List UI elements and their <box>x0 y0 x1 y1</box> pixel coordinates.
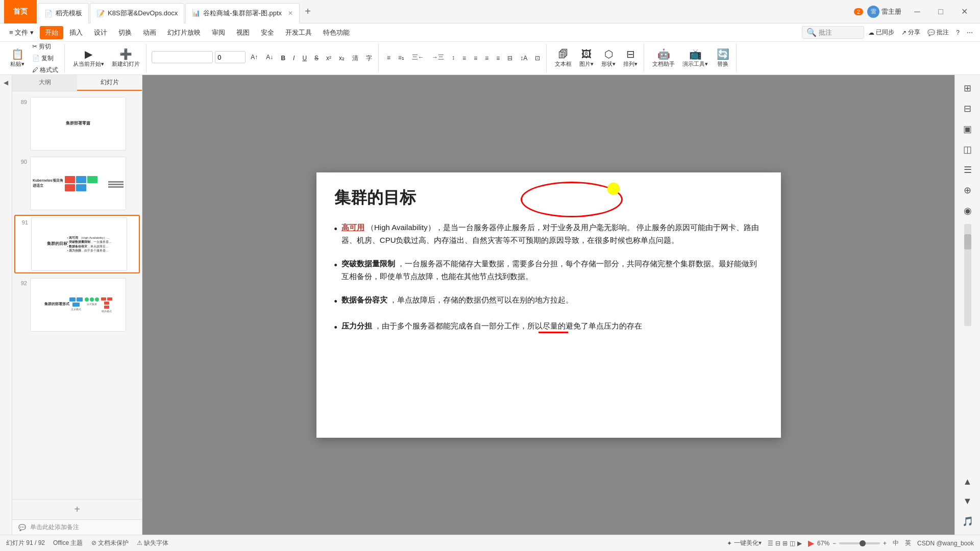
present-icon[interactable]: ▶ <box>797 540 802 547</box>
add-slide-button[interactable]: + <box>12 499 142 519</box>
share-button[interactable]: ↗ 分享 <box>898 27 923 38</box>
review-button[interactable]: 💬 批注 <box>924 27 952 38</box>
font-size-down[interactable]: A↓ <box>263 53 276 62</box>
indent-dec[interactable]: 三← <box>409 52 427 63</box>
tab-pptx[interactable]: 📊 谷粒商城-集群部署-图.pptx ✕ <box>185 3 300 23</box>
split-view-icon[interactable]: ◫ <box>790 540 795 547</box>
underline-button[interactable]: U <box>299 54 310 63</box>
menu-file[interactable]: ≡ 文件 ▾ <box>4 26 39 39</box>
comment-area[interactable]: 💬 单击此处添加备注 <box>12 519 142 535</box>
zoom-slider[interactable] <box>839 542 880 544</box>
panel-toggle[interactable]: ◀ <box>0 75 12 535</box>
font-size-up[interactable]: A↑ <box>248 53 261 62</box>
font-color-button[interactable]: 字 <box>363 53 375 64</box>
sync-button[interactable]: ☁ 已同步 <box>865 27 897 38</box>
rp-scroll-up[interactable]: ▲ <box>959 472 977 491</box>
grid-view-icon[interactable]: ⊞ <box>782 540 788 547</box>
list-numbered[interactable]: ≡₁ <box>395 53 407 62</box>
play-button[interactable]: ▶ <box>808 538 814 548</box>
rp-btn-1[interactable]: ⊞ <box>959 79 977 97</box>
menu-security[interactable]: 安全 <box>256 26 279 39</box>
user-area[interactable]: 雷 雷主册 <box>867 6 901 18</box>
zoom-out-icon[interactable]: − <box>832 540 836 547</box>
tab-outline[interactable]: 大纲 <box>12 75 77 91</box>
list-view-icon[interactable]: ☰ <box>768 540 773 547</box>
bold-button[interactable]: B <box>278 54 288 63</box>
menu-devtools[interactable]: 开发工具 <box>280 26 317 39</box>
close-button[interactable]: ✕ <box>952 0 976 23</box>
normal-view-icon[interactable]: ⊟ <box>775 540 780 547</box>
italic-button[interactable]: I <box>290 54 298 63</box>
present-tools-button[interactable]: 📺 演示工具▾ <box>679 47 711 69</box>
menu-transition[interactable]: 切换 <box>113 26 137 39</box>
tab-home[interactable]: 首页 <box>4 0 37 23</box>
paste-button[interactable]: 📋 粘贴▾ <box>7 47 28 69</box>
menu-insert[interactable]: 插入 <box>64 26 88 39</box>
menu-review[interactable]: 审阅 <box>207 26 230 39</box>
text-align-v[interactable]: ⊡ <box>532 54 543 63</box>
text-direction[interactable]: ↕A <box>517 54 530 63</box>
more-button[interactable]: ⋯ <box>964 28 976 37</box>
format-button[interactable]: 🖊 格式式 <box>29 65 61 75</box>
editing-area[interactable]: 集群的目标 • 高可用 （High Availability），是当一台服务器停… <box>142 75 954 535</box>
menu-design[interactable]: 设计 <box>89 26 112 39</box>
slide-item-92[interactable]: 92 集群的部署形式 主从模式 <box>14 277 140 333</box>
rp-btn-3[interactable]: ▣ <box>959 120 977 138</box>
rp-scroll-down[interactable]: ▼ <box>959 492 977 510</box>
rp-btn-4[interactable]: ◫ <box>959 140 977 159</box>
slide-item-91[interactable]: 91 集群的目标 • 高可用 （High Availability）... • … <box>14 215 140 273</box>
list-bullet[interactable]: ≡ <box>384 53 394 62</box>
cut-button[interactable]: ✂ 剪切 <box>29 42 61 52</box>
line-spacing[interactable]: ↕ <box>449 53 458 62</box>
zoom-control[interactable]: ▶ 67% − + <box>808 538 887 548</box>
align-right[interactable]: ≡ <box>482 54 492 63</box>
rp-btn-5[interactable]: ☰ <box>959 161 977 179</box>
ai-button[interactable]: 🤖 文档助手 <box>649 47 678 69</box>
align-center[interactable]: ≡ <box>471 54 480 63</box>
subscript-button[interactable]: x₂ <box>336 54 348 63</box>
picture-button[interactable]: 🖼 图片▾ <box>576 47 597 69</box>
strikethrough-button[interactable]: S <box>311 54 322 63</box>
maximize-button[interactable]: □ <box>929 0 952 23</box>
help-button[interactable]: ? <box>953 28 963 37</box>
menu-start[interactable]: 开始 <box>40 26 63 39</box>
columns[interactable]: ⊟ <box>504 54 516 63</box>
menu-view[interactable]: 视图 <box>231 26 255 39</box>
arrange-button[interactable]: ⊟ 排列▾ <box>620 47 641 69</box>
new-slide-button[interactable]: ➕ 新建幻灯片 <box>109 47 143 69</box>
menu-features[interactable]: 特色功能 <box>318 26 355 39</box>
copy-button[interactable]: 📄 复制 <box>29 53 61 64</box>
indent-inc[interactable]: →三 <box>429 52 447 63</box>
menu-animation[interactable]: 动画 <box>138 26 161 39</box>
tab-close-icon[interactable]: ✕ <box>288 10 293 17</box>
replace-button[interactable]: 🔄 替换 <box>713 47 733 69</box>
rp-btn-bottom[interactable]: 🎵 <box>959 512 977 531</box>
search-area[interactable]: 🔍 <box>802 26 864 39</box>
align-justify[interactable]: ≡ <box>493 54 503 63</box>
notification-badge[interactable]: 2 <box>854 8 863 15</box>
rp-btn-2[interactable]: ⊟ <box>959 99 977 118</box>
add-tab-button[interactable]: + <box>301 6 315 17</box>
search-input[interactable] <box>819 29 860 36</box>
play-button[interactable]: ▶ 从当前开始▾ <box>70 47 107 69</box>
rp-btn-7[interactable]: ◉ <box>959 202 977 220</box>
clear-format-button[interactable]: 清 <box>349 53 361 64</box>
tab-template[interactable]: 📄 稻壳模板 <box>38 3 89 23</box>
font-size-box[interactable]: 0 <box>215 51 246 63</box>
rp-btn-6[interactable]: ⊕ <box>959 181 977 199</box>
align-left[interactable]: ≡ <box>459 54 469 63</box>
font-name-box[interactable] <box>152 51 213 63</box>
slide-item-89[interactable]: 89 集群部署零篇 <box>14 95 140 152</box>
menu-slideshow[interactable]: 幻灯片放映 <box>162 26 206 39</box>
minimize-button[interactable]: ─ <box>905 0 929 23</box>
shape-button[interactable]: ⬡ 形状▾ <box>598 47 619 69</box>
tab-slides[interactable]: 幻灯片 <box>77 75 142 91</box>
beautify-button[interactable]: ✦ 一键美化▾ <box>727 539 762 547</box>
textbox-button[interactable]: 🗐 文本框 <box>552 47 575 69</box>
superscript-button[interactable]: x² <box>323 54 334 63</box>
slide-item-90[interactable]: 90 Kubernetes项目角进适立 <box>14 155 140 212</box>
tab-docx[interactable]: 📝 K8S部署&DevOps.docx <box>90 3 184 23</box>
right-scrollbar[interactable] <box>964 224 971 326</box>
zoom-in-icon[interactable]: + <box>883 540 887 547</box>
slides-list[interactable]: 89 集群部署零篇 90 Kubernetes项目角进适立 <box>12 91 142 499</box>
